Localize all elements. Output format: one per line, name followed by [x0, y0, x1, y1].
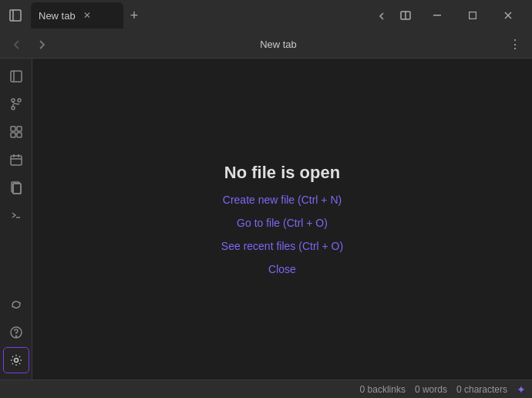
svg-point-28: [14, 359, 18, 363]
svg-rect-23: [13, 184, 21, 194]
collapse-btn[interactable]: [370, 5, 392, 26]
backlinks-status: 0 backlinks: [360, 384, 406, 395]
backlinks-value: 0 backlinks: [360, 384, 406, 395]
status-bar: 0 backlinks 0 words 0 characters ✦: [0, 379, 532, 398]
forward-btn[interactable]: [31, 34, 52, 56]
sidebar-item-sync[interactable]: [3, 292, 29, 318]
close-link[interactable]: Close: [268, 263, 296, 275]
svg-point-27: [15, 336, 16, 337]
see-recent-files-link[interactable]: See recent files (Ctrl + O): [221, 240, 343, 252]
tab-close-btn[interactable]: ✕: [80, 8, 94, 22]
svg-rect-14: [11, 126, 15, 131]
sidebar: [0, 59, 32, 379]
sidebar-item-pages[interactable]: [3, 174, 29, 201]
words-status: 0 words: [415, 384, 447, 395]
svg-rect-8: [11, 71, 22, 82]
back-btn[interactable]: [6, 34, 28, 56]
sparkle-icon[interactable]: ✦: [517, 383, 526, 396]
sidebar-item-settings[interactable]: [3, 347, 29, 373]
characters-value: 0 characters: [456, 384, 507, 395]
nav-menu-btn[interactable]: ⋮: [504, 34, 526, 56]
go-to-file-link[interactable]: Go to file (Ctrl + O): [237, 217, 328, 229]
maximize-btn[interactable]: [455, 3, 490, 28]
svg-rect-5: [470, 12, 476, 19]
sidebar-item-terminal[interactable]: [3, 202, 29, 228]
tab-label: New tab: [39, 10, 76, 22]
sidebar-item-source-control[interactable]: [3, 91, 29, 117]
svg-point-12: [12, 106, 15, 110]
characters-status: 0 characters: [456, 384, 507, 395]
sidebar-toggle-btn[interactable]: [0, 0, 31, 31]
svg-rect-17: [17, 133, 22, 137]
content-area: No file is open Create new file (Ctrl + …: [32, 59, 532, 379]
sidebar-item-calendar[interactable]: [3, 147, 29, 173]
title-bar: New tab ✕ +: [0, 0, 532, 31]
main-area: No file is open Create new file (Ctrl + …: [0, 59, 532, 379]
tab-new-tab[interactable]: New tab ✕: [31, 2, 123, 29]
words-value: 0 words: [415, 384, 447, 395]
no-file-heading: No file is open: [224, 163, 340, 183]
svg-rect-18: [11, 156, 22, 165]
svg-rect-15: [17, 126, 22, 131]
svg-point-11: [18, 99, 21, 102]
svg-rect-16: [11, 133, 15, 137]
nav-bar: New tab ⋮: [0, 31, 532, 59]
svg-rect-0: [10, 10, 21, 21]
tab-area: New tab ✕ +: [31, 0, 370, 31]
split-view-btn[interactable]: [395, 5, 416, 26]
svg-rect-4: [433, 15, 441, 16]
sidebar-item-toggle[interactable]: [3, 63, 29, 89]
title-bar-right: [370, 3, 532, 28]
window-controls: [419, 3, 526, 28]
new-tab-btn[interactable]: +: [123, 5, 145, 26]
svg-point-10: [12, 99, 15, 102]
create-new-file-link[interactable]: Create new file (Ctrl + N): [223, 194, 342, 206]
nav-title: New tab: [56, 39, 501, 50]
sidebar-item-extensions[interactable]: [3, 119, 29, 145]
close-btn[interactable]: [490, 3, 526, 28]
sidebar-item-help[interactable]: [3, 319, 29, 346]
minimize-btn[interactable]: [419, 3, 455, 28]
